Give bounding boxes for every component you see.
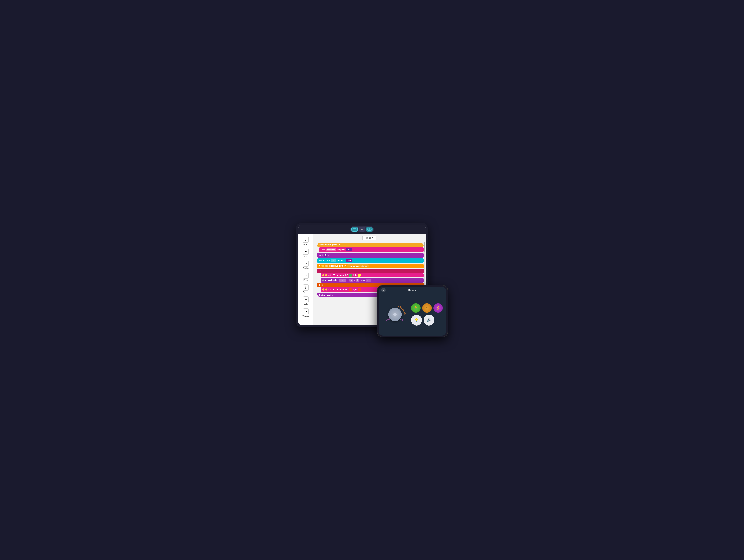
run-block[interactable]: ↑ run forward ▾ at speed 255 [319,247,423,252]
light-icon: 💡 [414,318,418,322]
joystick-base[interactable] [388,308,402,321]
scene: ‹ [296,223,448,337]
wait-block[interactable]: wait 5 s [317,253,423,257]
phone-title: Driving [408,289,416,291]
detect-icon: ◎ [303,284,309,290]
svg-point-7 [371,229,371,230]
show-label: show drawing [325,279,338,281]
y-label: y [354,279,355,281]
tab-slider[interactable] [359,227,365,232]
action-button-fan[interactable]: ✦ [422,303,432,313]
sidebar-item-display[interactable]: 〜 Display [300,259,312,271]
fan-icon: ✦ [425,306,429,310]
stop-icon: ⊘ [319,294,321,296]
right-label-2: right [352,288,357,291]
phone-topbar: ‹ Driving [379,287,446,293]
led-green-indicator[interactable] [349,274,352,277]
event-icon: ▷ [303,273,309,279]
set-led-block-1[interactable]: set LED on board left right [321,273,423,277]
turn-dir-dropdown[interactable]: left ▾ [331,259,336,262]
phone: ‹ Driving [377,285,448,337]
display-icon: 〜 [303,261,309,267]
phone-back-button[interactable]: ‹ [381,288,385,292]
wait-unit: s [328,254,329,256]
svg-rect-0 [353,229,356,230]
project-title[interactable]: 冲刺-7 [363,236,376,240]
speed-icon: 🏃 [413,306,418,310]
led-red-indicator-2[interactable] [358,288,361,291]
stop-label: stop moving [321,294,333,296]
run-label: run [323,249,326,251]
turn-speed-label: at speed [337,259,345,262]
sidebar-label-event: Event [303,279,308,281]
y-value[interactable]: 0 [356,279,359,282]
tab-blocks[interactable] [351,227,358,232]
sidebar-label-begin: Begin [303,243,308,245]
sidebar-item-detect[interactable]: ◎ Detect [300,283,312,294]
phone-screen: ‹ Driving [379,287,446,335]
port-label: port1 [340,279,345,281]
port-arrow-icon: ▾ [345,279,346,281]
move-icon: ✦ [303,249,309,255]
draw-label: draw [360,279,365,281]
sidebar-item-math[interactable]: ✚ Math [300,295,312,306]
robot-dot-icon [322,265,324,267]
hat-block[interactable]: when button pressed [317,243,423,247]
begin-icon: ▷ [303,237,309,243]
tablet-back-button[interactable]: ‹ [301,227,302,232]
sidebar-item-move[interactable]: ✦ Move [300,247,312,258]
wait-value[interactable]: 5 [324,254,327,257]
utility-button-sound[interactable]: 🔊 [423,315,434,325]
at-speed-label: at speed [337,249,345,251]
turn-label: turn turn [322,259,330,262]
phone-side-button-left [377,299,377,306]
utility-button-light[interactable]: 💡 [411,315,422,325]
show-drawing-block[interactable]: show drawing port1 ▾ x 0 y 0 draw [321,278,423,283]
sidebar-item-event[interactable]: ▷ Event [300,271,312,282]
sidebar-label-controls: Controls [302,315,309,317]
port-dropdown[interactable]: port1 ▾ [339,279,347,282]
turn-dir-arrow-icon: ▾ [335,260,335,262]
sidebar-label-detect: Detect [303,291,308,293]
tablet-topbar: ‹ [298,225,425,234]
project-title-area: 冲刺-7 [315,236,423,240]
set-led-label-2: set LED on board left [328,288,348,291]
draw-emoji-block[interactable]: 0_0 [366,279,371,282]
sidebar-label-move: Move [304,255,308,257]
forward-arrow-icon: ▾ [334,249,335,251]
sound-icon: 🔊 [427,318,431,322]
led-dot-icon-4 [325,288,327,290]
do-label: do [319,270,322,272]
turn-block[interactable]: ↩ turn turn left ▾ at speed 100 [317,258,423,263]
sensor-block[interactable]: light sensor on board [347,265,369,268]
run-arrow-icon: ↑ [321,249,322,251]
speed-value[interactable]: 255 [346,248,352,251]
x-value[interactable]: 0 [349,279,353,282]
phone-back-icon: ‹ [383,289,384,291]
sidebar: ▷ Begin ✦ Move 〜 Display ▷ Event [298,234,313,325]
utility-row: 💡 🔊 [411,315,443,325]
pulse-icon: ⚡ [436,306,440,310]
svg-point-6 [370,229,371,229]
forward-dropdown[interactable]: forward ▾ [327,248,336,251]
led-dot-icon-3 [322,288,324,290]
action-button-pulse[interactable]: ⚡ [433,303,443,313]
led-red-indicator-1[interactable] [349,288,352,291]
turn-speed-value[interactable]: 100 [346,259,352,262]
action-button-speed[interactable]: 🏃 [411,303,420,313]
sidebar-item-begin[interactable]: ▷ Begin [300,235,312,247]
sidebar-label-math: Math [304,303,308,305]
sidebar-item-controls[interactable]: ⚙ Controls [300,307,312,318]
if-block[interactable]: if robot receive light by light sensor o… [317,264,423,268]
right-label-1: right [352,274,357,276]
wait-label: wait [319,254,323,256]
phone-side-button-right [448,302,448,311]
action-icons-row: 🏃 ✦ ⚡ [411,303,443,313]
tab-group [350,226,374,232]
turn-curve-icon: ↩ [319,259,321,262]
joystick-area[interactable] [381,301,408,328]
scroll-thumb [424,242,424,252]
tab-gamepad[interactable] [366,227,373,232]
if-label: if [319,265,320,267]
led-yellow-indicator[interactable] [358,274,361,277]
